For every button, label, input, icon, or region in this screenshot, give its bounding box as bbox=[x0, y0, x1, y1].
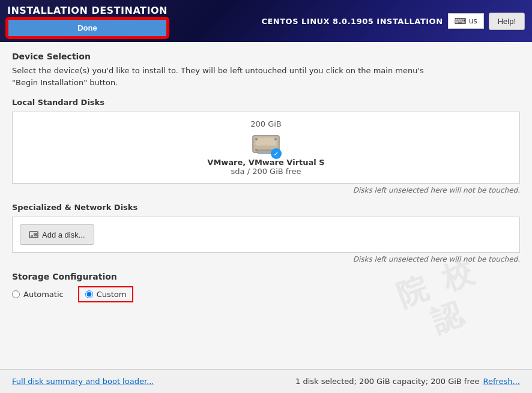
network-disk-box: Add a disk... bbox=[12, 217, 520, 253]
custom-label: Custom bbox=[97, 290, 127, 299]
disk-note: Disks left unselected here will not be t… bbox=[12, 186, 520, 194]
header-left: INSTALLATION DESTINATION Done bbox=[7, 5, 168, 37]
svg-rect-8 bbox=[31, 235, 33, 237]
device-selection-title: Device Selection bbox=[12, 52, 520, 61]
keyboard-layout-value: us bbox=[469, 17, 477, 25]
network-disks-title: Specialized & Network Disks bbox=[12, 203, 520, 212]
description-line1: Select the device(s) you'd like to insta… bbox=[12, 66, 424, 75]
disk-icon-area: ✓ bbox=[252, 133, 280, 158]
description: Select the device(s) you'd like to insta… bbox=[12, 65, 520, 88]
disk-info: sda / 200 GiB free bbox=[231, 167, 301, 176]
footer-status-area: 1 disk selected; 200 GiB capacity; 200 G… bbox=[295, 377, 520, 386]
centos-title: CENTOS LINUX 8.0.1905 INSTALLATION bbox=[261, 17, 443, 26]
storage-config-title: Storage Configuration bbox=[12, 272, 520, 281]
automatic-label: Automatic bbox=[23, 290, 64, 299]
network-note: Disks left unselected here will not be t… bbox=[12, 255, 520, 263]
add-disk-button[interactable]: Add a disk... bbox=[20, 224, 94, 245]
custom-radio-label[interactable]: Custom bbox=[85, 290, 127, 299]
header: INSTALLATION DESTINATION Done CENTOS LIN… bbox=[0, 0, 532, 42]
radio-group: Automatic Custom bbox=[12, 286, 520, 302]
keyboard-layout[interactable]: ⌨ us bbox=[448, 13, 484, 29]
refresh-link[interactable]: Refresh... bbox=[483, 377, 521, 386]
description-line2: "Begin Installation" button. bbox=[12, 78, 118, 87]
header-right: CENTOS LINUX 8.0.1905 INSTALLATION ⌨ us … bbox=[261, 13, 525, 30]
disk-free: 200 GiB free bbox=[252, 167, 301, 176]
footer: Full disk summary and boot loader... 1 d… bbox=[0, 369, 532, 393]
automatic-radio[interactable] bbox=[12, 290, 20, 298]
custom-radio-wrapper: Custom bbox=[78, 286, 134, 302]
page-title: INSTALLATION DESTINATION bbox=[7, 5, 168, 16]
checkmark-badge: ✓ bbox=[271, 148, 282, 159]
svg-point-3 bbox=[255, 138, 258, 140]
disk-separator: / bbox=[247, 167, 253, 176]
disk-item[interactable]: 200 GiB ✓ VMware, VMware bbox=[12, 112, 520, 184]
disk-path: sda bbox=[231, 167, 245, 176]
add-disk-label: Add a disk... bbox=[42, 230, 85, 239]
done-button[interactable]: Done bbox=[7, 19, 168, 37]
main-content: Device Selection Select the device(s) yo… bbox=[0, 42, 532, 374]
custom-radio[interactable] bbox=[85, 290, 93, 298]
disk-icon-container: ✓ bbox=[252, 133, 280, 158]
content-wrapper: Device Selection Select the device(s) yo… bbox=[0, 42, 532, 374]
disk-name: VMware, VMware Virtual S bbox=[207, 158, 324, 167]
automatic-radio-label[interactable]: Automatic bbox=[12, 290, 64, 299]
keyboard-icon: ⌨ bbox=[455, 16, 467, 26]
local-disks-title: Local Standard Disks bbox=[12, 98, 520, 107]
help-button[interactable]: Help! bbox=[489, 13, 525, 30]
add-disk-icon bbox=[29, 230, 38, 239]
svg-point-5 bbox=[255, 149, 258, 151]
disk-size: 200 GiB bbox=[250, 119, 282, 128]
svg-rect-2 bbox=[255, 137, 277, 146]
disk-summary-link[interactable]: Full disk summary and boot loader... bbox=[12, 377, 154, 386]
svg-point-4 bbox=[274, 138, 277, 140]
footer-status: 1 disk selected; 200 GiB capacity; 200 G… bbox=[295, 377, 479, 386]
